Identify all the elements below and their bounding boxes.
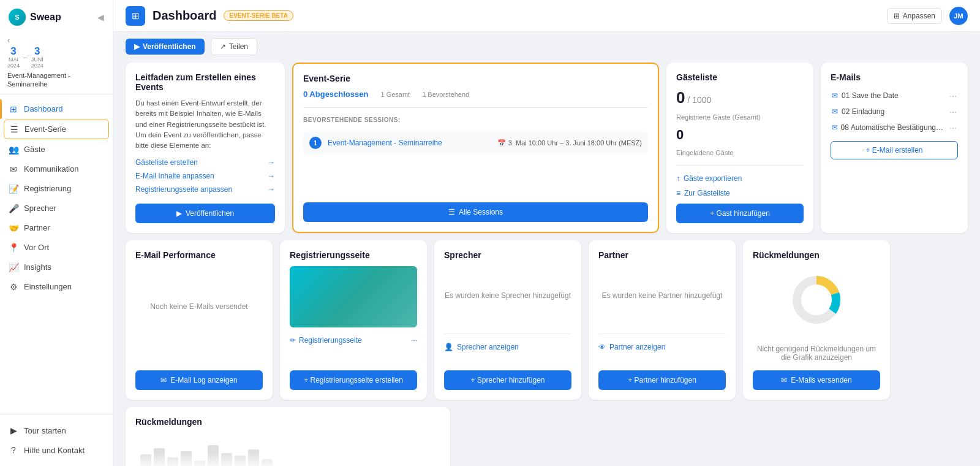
sidebar-item-label: Event-Serie <box>24 124 66 134</box>
donut-chart-area <box>753 266 880 334</box>
sprecher-no-data: Es wurden keine Sprecher hinzugefügt <box>445 279 571 312</box>
sidebar-bottom: ▶ Tour starten ? Hilfe und Kontakt <box>0 414 113 466</box>
add-sprecher-button[interactable]: + Sprecher hinzufügen <box>444 370 571 390</box>
rueckmeldungen-top-title: Rückmeldungen <box>753 250 880 260</box>
email-log-button[interactable]: ✉ E-Mail Log anzeigen <box>135 370 263 390</box>
abgeschlossen-count: 0 Abgeschlossen <box>303 90 368 99</box>
sidebar-item-vor-ort[interactable]: 📍 Vor Ort <box>0 238 113 258</box>
session-name[interactable]: Event-Management - Seminarreihe <box>328 139 491 147</box>
sidebar-item-event-serie[interactable]: ☰ Event-Serie <box>4 120 109 139</box>
leitfaden-text: Du hast einen Event-Entwurf erstellt, de… <box>135 98 275 151</box>
share-button[interactable]: ↗ Teilen <box>211 38 257 55</box>
sidebar-item-sprecher[interactable]: 🎤 Sprecher <box>0 199 113 218</box>
session-stats: 0 Abgeschlossen 1 Gesamt 1 Bevorstehend <box>303 90 648 99</box>
email-icon: ✉ <box>781 376 787 384</box>
export-guests-link[interactable]: ↑ Gäste exportieren <box>676 174 804 183</box>
partner-icon: 🤝 <box>9 223 18 233</box>
leitfaden-link-gaesteliste[interactable]: Gästeliste erstellen → <box>135 157 275 168</box>
arrow-icon: → <box>268 172 275 180</box>
logo-area: S Sweap <box>9 9 61 26</box>
prev-event-arrow[interactable]: ‹ <box>7 36 10 45</box>
date-from-num: 3 <box>7 46 20 56</box>
email-more-button[interactable]: ··· <box>949 123 957 132</box>
sidebar-collapse-button[interactable]: ◀ <box>97 12 104 22</box>
add-guest-button[interactable]: + Gast hinzufügen <box>676 204 804 223</box>
topbar: ⊞ Dashboard EVENT-SERIE BETA ⊞ Anpassen … <box>113 0 980 32</box>
sidebar-item-label: Gäste <box>24 145 45 154</box>
sidebar-item-label: Einstellungen <box>24 282 72 291</box>
email-icon: ✉ <box>832 107 838 116</box>
date-to: 3 JUNI2024 <box>31 46 43 69</box>
topbar-right: ⊞ Anpassen JM <box>887 7 968 25</box>
rueckmeldungen-top-card: Rückmeldungen Nicht genügend Rückmeldung… <box>743 240 890 400</box>
email-more-button[interactable]: ··· <box>949 107 957 116</box>
logo-text: Sweap <box>30 12 61 23</box>
sidebar-item-label: Partner <box>24 223 50 232</box>
leitfaden-link-registration[interactable]: Registrierungsseite anpassen → <box>135 184 275 195</box>
sidebar-item-einstellungen[interactable]: ⚙ Einstellungen <box>0 277 113 297</box>
session-number: 1 <box>309 137 322 149</box>
event-serie-title: Event-Serie <box>303 74 350 83</box>
row-2: E-Mail Performance Noch keine E-Mails ve… <box>126 240 968 400</box>
partner-no-data: Es wurden keine Partner hinzugefügt <box>602 279 723 312</box>
row-1: Leitfaden zum Erstellen eines Events Du … <box>126 63 968 233</box>
sidebar-item-label: Registrierung <box>24 184 71 193</box>
hilfe-icon: ? <box>9 445 18 455</box>
sidebar-item-tour[interactable]: ▶ Tour starten <box>0 421 113 440</box>
email-more-button[interactable]: ··· <box>949 91 957 101</box>
email-item: ✉ 08 Automatische Bestätigungen für ... … <box>831 120 958 135</box>
sidebar-item-label: Vor Ort <box>24 243 49 252</box>
einstellungen-icon: ⚙ <box>9 282 18 292</box>
main-content: ⊞ Dashboard EVENT-SERIE BETA ⊞ Anpassen … <box>113 0 980 466</box>
sidebar-item-gaeste[interactable]: 👥 Gäste <box>0 140 113 159</box>
sidebar-item-hilfe[interactable]: ? Hilfe und Kontakt <box>0 440 113 460</box>
row3-spacer <box>458 407 968 466</box>
event-nav: ‹ 3 MAI2024 – 3 JUNI2024 Event-Managemen… <box>0 32 113 94</box>
action-bar: ▶ Veröffentlichen ↗ Teilen <box>113 32 980 55</box>
send-emails-button[interactable]: ✉ E-Mails versenden <box>753 370 880 390</box>
event-title: Event-Management - Seminarreihe <box>7 71 105 89</box>
calendar-icon: 📅 <box>497 139 506 147</box>
divider <box>444 334 571 334</box>
sidebar-item-registrierung[interactable]: 📝 Registrierung <box>0 179 113 199</box>
sidebar-item-dashboard[interactable]: ⊞ Dashboard <box>0 99 113 119</box>
arrow-icon: → <box>268 185 275 194</box>
guests-invited-label: Eingeladene Gäste <box>676 149 804 156</box>
email-item: ✉ 02 Einladung ··· <box>831 104 958 119</box>
anpassen-button[interactable]: ⊞ Anpassen <box>887 8 942 24</box>
zur-gaesteliste-link[interactable]: ≡ Zur Gästeliste <box>676 189 804 197</box>
alle-sessions-button[interactable]: ☰ Alle Sessions <box>303 202 648 222</box>
anpassen-icon: ⊞ <box>894 12 900 20</box>
partner-title: Partner <box>598 250 726 260</box>
sidebar-item-insights[interactable]: 📈 Insights <box>0 258 113 277</box>
sidebar: S Sweap ◀ ‹ 3 MAI2024 – 3 JUNI2024 Event… <box>0 0 113 466</box>
page-title: Dashboard <box>153 9 216 23</box>
publish-button[interactable]: ▶ Veröffentlichen <box>126 39 205 55</box>
sprecher-anzeigen-link[interactable]: 👤 Sprecher anzeigen <box>444 343 571 351</box>
sidebar-item-label: Insights <box>24 262 51 272</box>
divider <box>303 107 648 108</box>
email-icon: ✉ <box>832 123 837 132</box>
leitfaden-link-email[interactable]: E-Mail Inhalte anpassen → <box>135 170 275 181</box>
beta-badge: EVENT-SERIE BETA <box>224 10 293 21</box>
leitfaden-publish-button[interactable]: ▶ Veröffentlichen <box>135 204 275 223</box>
leitfaden-card: Leitfaden zum Erstellen eines Events Du … <box>126 63 285 233</box>
email-performance-title: E-Mail Performance <box>135 250 263 260</box>
email-item: ✉ 01 Save the Date ··· <box>831 88 958 103</box>
email-icon: ✉ <box>832 91 838 100</box>
add-partner-button[interactable]: + Partner hinzufügen <box>598 370 726 390</box>
dashboard-icon: ⊞ <box>9 104 18 114</box>
sidebar-item-kommunikation[interactable]: ✉ Kommunikation <box>0 159 113 179</box>
reg-link[interactable]: Registrierungsseite <box>299 336 362 345</box>
registrierung-preview <box>290 266 417 327</box>
partner-anzeigen-link[interactable]: 👁 Partner anzeigen <box>598 343 726 351</box>
date-from: 3 MAI2024 <box>7 46 20 69</box>
event-serie-card: Event-Serie 0 Abgeschlossen 1 Gesamt 1 B… <box>292 63 659 233</box>
chart-overlay <box>135 454 440 466</box>
sidebar-item-partner[interactable]: 🤝 Partner <box>0 218 113 238</box>
reg-more-button[interactable]: ··· <box>411 336 417 345</box>
sprecher-icon: 🎤 <box>9 204 18 213</box>
session-row: 1 Event-Management - Seminarreihe 📅 3. M… <box>303 132 648 154</box>
create-email-button[interactable]: + E-Mail erstellen <box>831 141 958 159</box>
create-reg-button[interactable]: + Registrierungsseite erstellen <box>290 370 417 390</box>
